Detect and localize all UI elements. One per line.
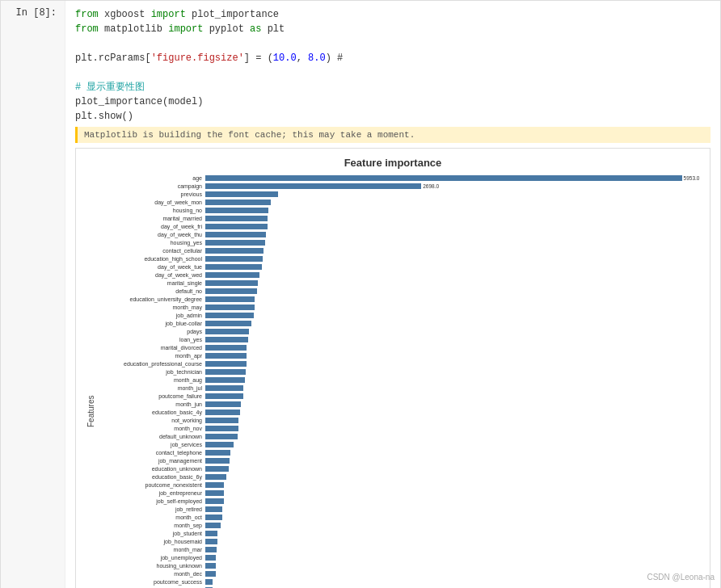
bar-fill bbox=[205, 474, 226, 480]
code-block: from xgboost import plot_importance from… bbox=[75, 7, 710, 124]
bar-track bbox=[205, 506, 702, 512]
bar-fill bbox=[205, 442, 234, 447]
bar-track bbox=[205, 296, 702, 302]
bar-fill bbox=[205, 361, 247, 367]
bar-row: default_no bbox=[100, 288, 702, 294]
bar-row: housing_no bbox=[100, 207, 702, 213]
bar-fill bbox=[205, 498, 224, 504]
bar-fill bbox=[205, 563, 216, 569]
bar-fill bbox=[205, 337, 248, 342]
bar-track bbox=[205, 377, 702, 383]
bar-fill bbox=[205, 345, 247, 351]
bar-label: month_apr bbox=[100, 353, 205, 359]
code-line-2: from matplotlib import pyplot as plt bbox=[75, 22, 710, 36]
bar-label: job_admin bbox=[100, 313, 205, 318]
bar-label: day_of_week_mon bbox=[100, 200, 205, 205]
notebook: In [8]: from xgboost import plot_importa… bbox=[0, 0, 721, 588]
code-line-comment: # 显示重要性图 bbox=[75, 80, 710, 94]
bar-label: default_no bbox=[100, 288, 205, 294]
bar-label: not_working bbox=[100, 418, 205, 423]
bar-label: education_high_school bbox=[100, 256, 205, 262]
bar-track bbox=[205, 482, 702, 488]
bar-fill bbox=[205, 401, 241, 407]
bar-row: day_of_week_fri bbox=[100, 223, 702, 229]
bar-row: contact_telephone bbox=[100, 449, 702, 456]
bar-track bbox=[205, 523, 702, 528]
bar-fill bbox=[205, 353, 247, 359]
bar-track bbox=[205, 232, 702, 237]
bar-track bbox=[205, 547, 702, 552]
bar-fill bbox=[205, 458, 230, 464]
bar-fill bbox=[205, 547, 217, 552]
chart-inner: Features age5953.0campaign2698.0previous… bbox=[84, 174, 702, 588]
bar-track bbox=[205, 466, 702, 472]
bar-row: education_high_school bbox=[100, 255, 702, 262]
code-line-4: plot_importance(model) bbox=[75, 94, 710, 109]
bar-row: poutcome_success bbox=[100, 578, 702, 585]
bar-row: month_may bbox=[100, 304, 702, 310]
bar-row: marital_divorced bbox=[100, 344, 702, 351]
bar-label: contact_telephone bbox=[100, 450, 205, 456]
bar-label: poutcome_success bbox=[100, 579, 205, 585]
bar-row: campaign2698.0 bbox=[100, 183, 702, 189]
bar-label: housing_no bbox=[100, 208, 205, 213]
bar-label: campaign bbox=[100, 183, 205, 189]
bar-row: month_jul bbox=[100, 384, 702, 391]
bar-row: job_entrepreneur bbox=[100, 489, 702, 496]
bar-track: 5953.0 bbox=[205, 175, 702, 181]
bar-fill bbox=[205, 410, 240, 415]
bar-label: loan_yes bbox=[100, 337, 205, 342]
bar-track bbox=[205, 442, 702, 447]
bar-fill bbox=[205, 224, 268, 229]
bar-label: job_retired bbox=[100, 506, 205, 512]
bar-row: education_university_degree bbox=[100, 296, 702, 302]
bar-fill bbox=[205, 531, 217, 536]
bar-label: month_may bbox=[100, 304, 205, 310]
bar-fill bbox=[205, 216, 268, 221]
bar-label: education_basic_6y bbox=[100, 474, 205, 480]
bar-label: default_unknown bbox=[100, 434, 205, 439]
bar-label: job_unemployed bbox=[100, 555, 205, 561]
bar-row: not_working bbox=[100, 417, 702, 423]
chart-plot-area: age5953.0campaign2698.0previousday_of_we… bbox=[100, 174, 702, 588]
bar-row: job_technician bbox=[100, 368, 702, 375]
bar-fill bbox=[205, 539, 217, 544]
y-axis-label: Features bbox=[84, 174, 97, 588]
bar-row: job_blue-collar bbox=[100, 320, 702, 326]
bar-label: month_aug bbox=[100, 377, 205, 383]
bar-fill bbox=[205, 304, 255, 310]
bar-track bbox=[205, 571, 702, 577]
bar-fill bbox=[205, 288, 257, 294]
bar-label: job_entrepreneur bbox=[100, 490, 205, 496]
bar-row: job_retired bbox=[100, 506, 702, 512]
bar-track bbox=[205, 264, 702, 270]
bar-fill bbox=[205, 369, 246, 375]
output-warning: Matplotlib is building the font cache; t… bbox=[75, 127, 710, 143]
code-line-blank-2 bbox=[75, 65, 710, 80]
bar-label: day_of_week_thu bbox=[100, 232, 205, 237]
code-line-blank-1 bbox=[75, 36, 710, 51]
bar-label: job_management bbox=[100, 458, 205, 464]
bar-row: contact_cellular bbox=[100, 247, 702, 254]
bar-row: month_nov bbox=[100, 425, 702, 431]
bar-label: marital_single bbox=[100, 280, 205, 286]
bar-fill bbox=[205, 321, 251, 326]
bar-row: education_basic_6y bbox=[100, 473, 702, 480]
bars-section: age5953.0campaign2698.0previousday_of_we… bbox=[100, 174, 702, 588]
bar-track bbox=[205, 256, 702, 262]
watermark: CSDN @Leona-na bbox=[647, 573, 715, 582]
chart-area: Feature importance Features age5953.0cam… bbox=[75, 148, 710, 588]
bar-label: age bbox=[100, 175, 205, 181]
bar-fill bbox=[205, 466, 229, 472]
bar-label: month_mar bbox=[100, 547, 205, 552]
bar-label: job_self-employed bbox=[100, 498, 205, 504]
bar-row: job_management bbox=[100, 457, 702, 464]
bar-track bbox=[205, 579, 702, 585]
bar-label: education_unknown bbox=[100, 466, 205, 472]
bar-track bbox=[205, 216, 702, 221]
bar-track bbox=[205, 224, 702, 229]
bar-label: marital_married bbox=[100, 216, 205, 221]
cell-prompt: In [8]: bbox=[1, 1, 65, 588]
bar-row: job_student bbox=[100, 530, 702, 536]
bar-track bbox=[205, 272, 702, 278]
